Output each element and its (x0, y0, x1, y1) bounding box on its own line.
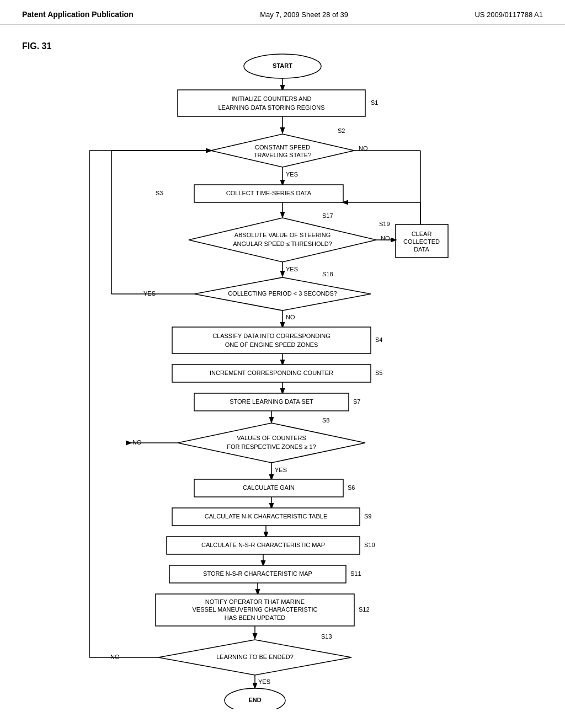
svg-text:YES: YES (286, 266, 298, 272)
svg-text:CONSTANT SPEED: CONSTANT SPEED (255, 144, 310, 151)
header-patent-number: US 2009/0117788 A1 (475, 10, 543, 19)
svg-rect-45 (172, 327, 371, 354)
svg-text:YES: YES (143, 290, 156, 297)
svg-text:STORE LEARNING DATA SET: STORE LEARNING DATA SET (230, 398, 313, 405)
svg-text:LEARNING DATA STORING REGIONS: LEARNING DATA STORING REGIONS (218, 104, 324, 111)
diagram-area: FIG. 31 START INITIALIZE COUNTERS AND LE… (0, 25, 565, 727)
svg-text:NO: NO (381, 235, 390, 242)
svg-text:ONE OF ENGINE SPEED ZONES: ONE OF ENGINE SPEED ZONES (225, 341, 318, 348)
svg-text:CLASSIFY DATA INTO CORRESPONDI: CLASSIFY DATA INTO CORRESPONDING (212, 333, 331, 339)
svg-text:S2: S2 (338, 127, 345, 134)
svg-text:CALCULATE N-K CHARACTERISTIC T: CALCULATE N-K CHARACTERISTIC TABLE (205, 513, 328, 520)
svg-text:S10: S10 (364, 542, 375, 548)
svg-text:STORE N-S-R CHARACTERISTIC MAP: STORE N-S-R CHARACTERISTIC MAP (203, 570, 312, 577)
header-date-sheet: May 7, 2009 Sheet 28 of 39 (260, 10, 348, 19)
svg-text:CLEAR: CLEAR (412, 231, 432, 237)
svg-text:S7: S7 (353, 398, 360, 405)
svg-text:CALCULATE GAIN: CALCULATE GAIN (243, 484, 295, 491)
svg-text:COLLECTED: COLLECTED (403, 238, 440, 245)
svg-text:COLLECT TIME-SERIES DATA: COLLECT TIME-SERIES DATA (226, 190, 312, 196)
svg-text:FOR RESPECTIVE ZONES ≥ 1?: FOR RESPECTIVE ZONES ≥ 1? (227, 443, 316, 450)
svg-text:INITIALIZE COUNTERS AND: INITIALIZE COUNTERS AND (232, 95, 312, 102)
svg-text:S19: S19 (379, 221, 390, 227)
page: Patent Application Publication May 7, 20… (0, 0, 565, 728)
svg-text:NO: NO (110, 654, 120, 660)
svg-text:HAS BEEN UPDATED: HAS BEEN UPDATED (225, 614, 285, 621)
svg-text:S9: S9 (364, 513, 371, 520)
svg-text:S13: S13 (321, 633, 332, 640)
svg-text:TRAVELING STATE?: TRAVELING STATE? (254, 152, 312, 158)
svg-text:YES: YES (286, 171, 298, 178)
page-header: Patent Application Publication May 7, 20… (0, 0, 565, 25)
svg-text:START: START (273, 62, 292, 69)
svg-text:S11: S11 (350, 570, 361, 577)
svg-text:NO: NO (286, 314, 295, 320)
svg-text:S6: S6 (348, 484, 355, 491)
svg-text:S1: S1 (371, 99, 378, 106)
svg-text:S17: S17 (322, 212, 333, 219)
svg-text:DATA: DATA (414, 246, 429, 253)
svg-marker-9 (211, 134, 354, 167)
svg-text:VALUES OF COUNTERS: VALUES OF COUNTERS (237, 435, 306, 441)
flowchart: START INITIALIZE COUNTERS AND LEARNING D… (45, 47, 520, 711)
svg-text:END: END (248, 697, 261, 703)
svg-text:YES: YES (275, 467, 287, 473)
svg-text:NO: NO (132, 439, 142, 446)
svg-text:S5: S5 (375, 370, 382, 376)
header-publication: Patent Application Publication (22, 10, 134, 19)
svg-text:VESSEL MANEUVERING CHARACTERIS: VESSEL MANEUVERING CHARACTERISTIC (193, 606, 318, 613)
svg-text:NOTIFY OPERATOR THAT MARINE: NOTIFY OPERATOR THAT MARINE (205, 598, 305, 605)
svg-text:LEARNING TO BE ENDED?: LEARNING TO BE ENDED? (216, 654, 294, 660)
svg-text:CALCULATE N-S-R CHARACTERISTIC: CALCULATE N-S-R CHARACTERISTIC MAP (201, 542, 325, 548)
svg-text:YES: YES (258, 678, 270, 685)
svg-text:INCREMENT CORRESPONDING COUNTE: INCREMENT CORRESPONDING COUNTER (210, 370, 333, 376)
svg-text:S3: S3 (156, 190, 163, 196)
svg-text:ANGULAR SPEED ≤ THRESHOLD?: ANGULAR SPEED ≤ THRESHOLD? (233, 240, 332, 247)
svg-text:COLLECTING PERIOD < 3 SECONDS?: COLLECTING PERIOD < 3 SECONDS? (228, 290, 337, 297)
svg-text:S4: S4 (375, 336, 382, 343)
svg-rect-3 (178, 90, 365, 116)
svg-text:S18: S18 (322, 271, 333, 277)
svg-text:S12: S12 (359, 606, 370, 613)
svg-text:ABSOLUTE VALUE OF STEERING: ABSOLUTE VALUE OF STEERING (234, 232, 331, 238)
svg-text:S8: S8 (322, 417, 329, 424)
